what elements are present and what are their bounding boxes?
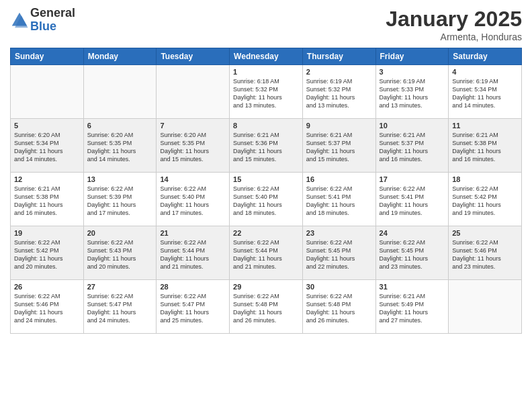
- calendar-day-cell: 11Sunrise: 6:21 AM Sunset: 5:38 PM Dayli…: [449, 119, 522, 173]
- calendar-day-cell: 2Sunrise: 6:19 AM Sunset: 5:32 PM Daylig…: [302, 65, 375, 119]
- day-number: 25: [452, 229, 518, 237]
- day-number: 6: [87, 122, 153, 130]
- day-info: Sunrise: 6:22 AM Sunset: 5:44 PM Dayligh…: [160, 238, 226, 271]
- calendar-day-cell: 5Sunrise: 6:20 AM Sunset: 5:34 PM Daylig…: [11, 119, 84, 173]
- day-info: Sunrise: 6:21 AM Sunset: 5:37 PM Dayligh…: [380, 131, 445, 164]
- day-info: Sunrise: 6:22 AM Sunset: 5:48 PM Dayligh…: [306, 292, 372, 325]
- day-info: Sunrise: 6:19 AM Sunset: 5:34 PM Dayligh…: [452, 77, 518, 110]
- day-number: 16: [306, 175, 372, 183]
- day-number: 1: [233, 68, 299, 76]
- day-info: Sunrise: 6:22 AM Sunset: 5:40 PM Dayligh…: [233, 185, 299, 218]
- calendar-day-cell: 8Sunrise: 6:21 AM Sunset: 5:36 PM Daylig…: [230, 119, 303, 173]
- logo: General Blue: [10, 7, 75, 34]
- day-info: Sunrise: 6:22 AM Sunset: 5:39 PM Dayligh…: [87, 185, 153, 218]
- day-info: Sunrise: 6:21 AM Sunset: 5:38 PM Dayligh…: [14, 185, 80, 218]
- weekday-header-thursday: Thursday: [302, 48, 375, 65]
- calendar-table: SundayMondayTuesdayWednesdayThursdayFrid…: [10, 48, 522, 334]
- calendar-day-cell: 15Sunrise: 6:22 AM Sunset: 5:40 PM Dayli…: [230, 173, 303, 226]
- calendar-day-cell: 19Sunrise: 6:22 AM Sunset: 5:42 PM Dayli…: [11, 226, 84, 280]
- day-info: Sunrise: 6:21 AM Sunset: 5:38 PM Dayligh…: [452, 131, 518, 164]
- calendar-day-cell: 21Sunrise: 6:22 AM Sunset: 5:44 PM Dayli…: [157, 226, 230, 280]
- calendar-day-cell: 29Sunrise: 6:22 AM Sunset: 5:48 PM Dayli…: [230, 280, 303, 334]
- day-info: Sunrise: 6:18 AM Sunset: 5:32 PM Dayligh…: [233, 77, 299, 110]
- weekday-header-sunday: Sunday: [11, 48, 84, 65]
- calendar-week-row: 5Sunrise: 6:20 AM Sunset: 5:34 PM Daylig…: [11, 119, 522, 173]
- day-number: 13: [87, 175, 153, 183]
- day-number: 5: [14, 122, 80, 130]
- day-number: 7: [160, 122, 226, 130]
- calendar-day-cell: 25Sunrise: 6:22 AM Sunset: 5:46 PM Dayli…: [449, 226, 522, 280]
- day-number: 17: [380, 175, 445, 183]
- day-info: Sunrise: 6:22 AM Sunset: 5:42 PM Dayligh…: [14, 238, 80, 271]
- day-number: 21: [160, 229, 226, 237]
- day-info: Sunrise: 6:20 AM Sunset: 5:35 PM Dayligh…: [87, 131, 153, 164]
- weekday-header-wednesday: Wednesday: [230, 48, 303, 65]
- logo-general: General: [30, 6, 75, 19]
- calendar-day-cell: 13Sunrise: 6:22 AM Sunset: 5:39 PM Dayli…: [83, 173, 157, 226]
- day-number: 22: [233, 229, 299, 237]
- day-info: Sunrise: 6:21 AM Sunset: 5:36 PM Dayligh…: [233, 131, 299, 164]
- calendar-subtitle: Armenta, Honduras: [386, 32, 522, 42]
- calendar-day-cell: 12Sunrise: 6:21 AM Sunset: 5:38 PM Dayli…: [11, 173, 84, 226]
- logo-icon: [10, 11, 29, 30]
- day-number: 18: [452, 175, 518, 183]
- calendar-day-cell: 17Sunrise: 6:22 AM Sunset: 5:41 PM Dayli…: [375, 173, 449, 226]
- calendar-day-cell: [449, 280, 522, 334]
- day-info: Sunrise: 6:19 AM Sunset: 5:32 PM Dayligh…: [306, 77, 372, 110]
- day-number: 12: [14, 175, 80, 183]
- day-number: 14: [160, 175, 226, 183]
- day-number: 30: [306, 283, 372, 291]
- calendar-day-cell: [83, 65, 157, 119]
- day-number: 2: [306, 68, 372, 76]
- day-number: 29: [233, 283, 299, 291]
- day-info: Sunrise: 6:22 AM Sunset: 5:45 PM Dayligh…: [306, 238, 372, 271]
- day-info: Sunrise: 6:22 AM Sunset: 5:41 PM Dayligh…: [380, 185, 445, 218]
- day-number: 26: [14, 283, 80, 291]
- calendar-day-cell: 1Sunrise: 6:18 AM Sunset: 5:32 PM Daylig…: [230, 65, 303, 119]
- day-info: Sunrise: 6:22 AM Sunset: 5:42 PM Dayligh…: [452, 185, 518, 218]
- day-info: Sunrise: 6:22 AM Sunset: 5:46 PM Dayligh…: [452, 238, 518, 271]
- calendar-day-cell: 6Sunrise: 6:20 AM Sunset: 5:35 PM Daylig…: [83, 119, 157, 173]
- day-info: Sunrise: 6:22 AM Sunset: 5:44 PM Dayligh…: [233, 238, 299, 271]
- header: General Blue January 2025 Armenta, Hondu…: [10, 7, 522, 42]
- logo-text: General Blue: [30, 7, 75, 34]
- day-number: 23: [306, 229, 372, 237]
- day-number: 31: [380, 283, 445, 291]
- weekday-header-tuesday: Tuesday: [157, 48, 230, 65]
- title-block: January 2025 Armenta, Honduras: [386, 7, 522, 42]
- day-number: 20: [87, 229, 153, 237]
- day-number: 11: [452, 122, 518, 130]
- day-number: 15: [233, 175, 299, 183]
- calendar-day-cell: 9Sunrise: 6:21 AM Sunset: 5:37 PM Daylig…: [302, 119, 375, 173]
- calendar-day-cell: 20Sunrise: 6:22 AM Sunset: 5:43 PM Dayli…: [83, 226, 157, 280]
- day-number: 3: [380, 68, 445, 76]
- calendar-day-cell: 7Sunrise: 6:20 AM Sunset: 5:35 PM Daylig…: [157, 119, 230, 173]
- day-info: Sunrise: 6:22 AM Sunset: 5:46 PM Dayligh…: [14, 292, 80, 325]
- calendar-week-row: 26Sunrise: 6:22 AM Sunset: 5:46 PM Dayli…: [11, 280, 522, 334]
- weekday-header-saturday: Saturday: [449, 48, 522, 65]
- weekday-header-friday: Friday: [375, 48, 449, 65]
- calendar-day-cell: 27Sunrise: 6:22 AM Sunset: 5:47 PM Dayli…: [83, 280, 157, 334]
- day-info: Sunrise: 6:21 AM Sunset: 5:37 PM Dayligh…: [306, 131, 372, 164]
- calendar-day-cell: 28Sunrise: 6:22 AM Sunset: 5:47 PM Dayli…: [157, 280, 230, 334]
- logo-blue: Blue: [30, 19, 56, 33]
- calendar-day-cell: 18Sunrise: 6:22 AM Sunset: 5:42 PM Dayli…: [449, 173, 522, 226]
- calendar-day-cell: 23Sunrise: 6:22 AM Sunset: 5:45 PM Dayli…: [302, 226, 375, 280]
- day-number: 4: [452, 68, 518, 76]
- calendar-day-cell: 16Sunrise: 6:22 AM Sunset: 5:41 PM Dayli…: [302, 173, 375, 226]
- calendar-day-cell: 4Sunrise: 6:19 AM Sunset: 5:34 PM Daylig…: [449, 65, 522, 119]
- calendar-day-cell: 26Sunrise: 6:22 AM Sunset: 5:46 PM Dayli…: [11, 280, 84, 334]
- weekday-header-monday: Monday: [83, 48, 157, 65]
- day-number: 19: [14, 229, 80, 237]
- day-info: Sunrise: 6:20 AM Sunset: 5:35 PM Dayligh…: [160, 131, 226, 164]
- day-number: 8: [233, 122, 299, 130]
- day-info: Sunrise: 6:20 AM Sunset: 5:34 PM Dayligh…: [14, 131, 80, 164]
- day-number: 10: [380, 122, 445, 130]
- calendar-day-cell: 10Sunrise: 6:21 AM Sunset: 5:37 PM Dayli…: [375, 119, 449, 173]
- calendar-day-cell: [157, 65, 230, 119]
- day-info: Sunrise: 6:22 AM Sunset: 5:43 PM Dayligh…: [87, 238, 153, 271]
- day-info: Sunrise: 6:22 AM Sunset: 5:45 PM Dayligh…: [380, 238, 445, 271]
- calendar-day-cell: [11, 65, 84, 119]
- day-info: Sunrise: 6:22 AM Sunset: 5:41 PM Dayligh…: [306, 185, 372, 218]
- day-info: Sunrise: 6:22 AM Sunset: 5:48 PM Dayligh…: [233, 292, 299, 325]
